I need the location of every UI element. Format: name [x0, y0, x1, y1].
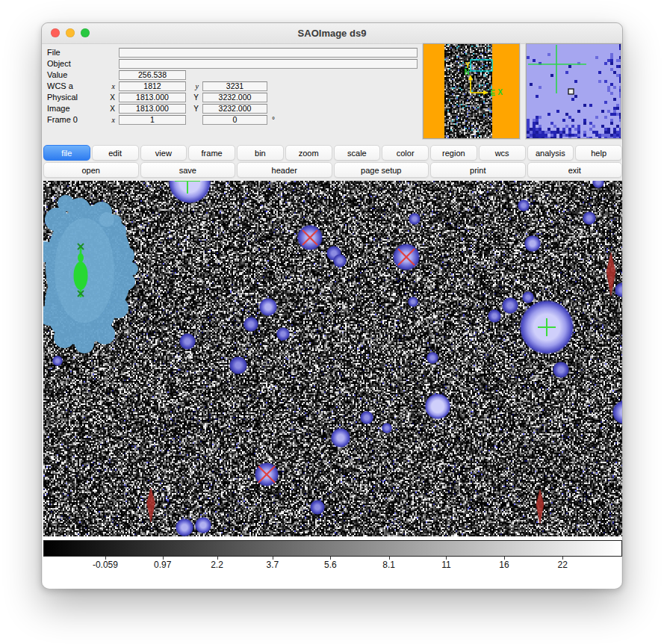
compass-e-label: E	[491, 89, 496, 97]
region-markers	[43, 181, 622, 536]
menu-button-save[interactable]: save	[140, 162, 236, 178]
desktop: SAOImage ds9 FileObjectValue256.538WCS a…	[0, 0, 664, 644]
physical-field-2[interactable]: 3232.000	[202, 93, 267, 102]
frame-0-field-1[interactable]: 1	[119, 115, 186, 125]
wcs-a-axis1-label: x	[105, 82, 115, 90]
magnifier-overlay	[527, 44, 621, 139]
diamond-marker[interactable]	[536, 489, 544, 524]
image-field-1[interactable]: 1813.000	[119, 104, 186, 114]
traffic-lights	[51, 28, 90, 37]
colorbar-tick-label: 11	[441, 560, 450, 570]
ds9-window: SAOImage ds9 FileObjectValue256.538WCS a…	[41, 22, 623, 589]
panner-overlay: Y N E X	[423, 44, 520, 139]
x-point-marker[interactable]	[302, 230, 317, 245]
window-title: SAOImage ds9	[42, 23, 622, 43]
menu-button-wcs[interactable]: wcs	[479, 145, 526, 161]
physical-field-1[interactable]: 1813.000	[119, 93, 186, 102]
info-label-image: Image	[47, 104, 70, 113]
x-point-marker[interactable]	[398, 249, 415, 265]
info-label-wcs-a: WCS a	[47, 81, 73, 90]
close-icon[interactable]	[51, 28, 60, 37]
colorbar-tick-label: 3.7	[267, 560, 279, 570]
minimize-icon[interactable]	[66, 28, 75, 37]
image-axis1-label: X	[105, 105, 115, 113]
menu-button-exit[interactable]: exit	[527, 162, 623, 178]
physical-axis1-label: X	[105, 93, 115, 102]
colorbar[interactable]	[43, 540, 622, 557]
file-field[interactable]	[119, 48, 418, 58]
wcs-a-axis2-label: y	[188, 82, 199, 90]
compass-x-label: X	[498, 88, 503, 96]
diamond-marker[interactable]	[606, 253, 615, 296]
menu-button-analysis[interactable]: analysis	[527, 145, 574, 161]
compass-right-arrow-icon	[483, 90, 488, 95]
menu-button-zoom[interactable]: zoom	[285, 145, 332, 161]
fullscreen-icon[interactable]	[81, 28, 90, 37]
cross-point-marker[interactable]	[538, 318, 556, 336]
colorbar-tick-label: 2.2	[211, 560, 223, 570]
image-field-2[interactable]: 3232.000	[202, 104, 267, 114]
colorbar-tick-label: 0.97	[154, 560, 171, 570]
wcs-a-field-1[interactable]: 1812	[119, 81, 186, 91]
menu-bar: fileeditviewframebinzoomscalecolorregion…	[43, 145, 622, 161]
info-label-file: File	[47, 48, 60, 57]
panner-panel[interactable]: Y N E X	[423, 43, 520, 139]
menu-button-header[interactable]: header	[237, 162, 332, 178]
titlebar[interactable]: SAOImage ds9	[42, 23, 622, 44]
menu-button-open[interactable]: open	[43, 162, 139, 178]
menu-button-print[interactable]: print	[430, 162, 526, 178]
colorbar-tick-label: 5.6	[324, 560, 337, 570]
compass-n-label: N	[464, 68, 469, 76]
colorbar-tick-label: 8.1	[382, 560, 395, 570]
panner-viewport-box[interactable]	[471, 60, 492, 71]
frame-0-degree-label: °	[272, 116, 275, 124]
menu-button-color[interactable]: color	[382, 145, 429, 161]
colorbar-tick-label: 22	[557, 560, 567, 570]
menu-button-region[interactable]: region	[430, 145, 477, 161]
menu-button-help[interactable]: help	[575, 145, 622, 161]
frame-0-axis1-label: x	[105, 116, 115, 124]
menu-button-scale[interactable]: scale	[334, 145, 381, 161]
menu-button-frame[interactable]: frame	[188, 145, 235, 161]
image-display[interactable]	[43, 181, 622, 536]
colorbar-tick-label: -0.059	[93, 560, 118, 570]
menu-button-edit[interactable]: edit	[92, 145, 139, 161]
object-field[interactable]	[119, 59, 418, 69]
wcs-a-field-2[interactable]: 3231	[202, 81, 267, 91]
menu-button-page-setup[interactable]: page setup	[334, 162, 429, 178]
menu-button-file[interactable]: file	[43, 145, 90, 161]
colorbar-tick-label: 16	[499, 560, 509, 570]
file-submenu-bar: opensaveheaderpage setupprintexit	[43, 162, 622, 178]
info-label-frame-0: Frame 0	[47, 115, 78, 124]
info-label-physical: Physical	[47, 93, 78, 102]
image-axis2-label: Y	[188, 105, 199, 113]
frame-0-field-2[interactable]: 0	[202, 115, 267, 125]
cross-point-marker[interactable]	[175, 181, 200, 193]
magnifier-cursor-box	[568, 89, 574, 94]
menu-button-bin[interactable]: bin	[237, 145, 284, 161]
diamond-marker[interactable]	[147, 488, 155, 522]
info-label-object: Object	[47, 59, 71, 68]
physical-axis2-label: Y	[188, 93, 199, 102]
value-field[interactable]: 256.538	[119, 70, 186, 80]
menu-button-view[interactable]: view	[140, 145, 187, 161]
info-label-value: Value	[47, 70, 67, 79]
magnifier-panel	[526, 43, 621, 139]
x-point-marker[interactable]	[258, 466, 275, 483]
